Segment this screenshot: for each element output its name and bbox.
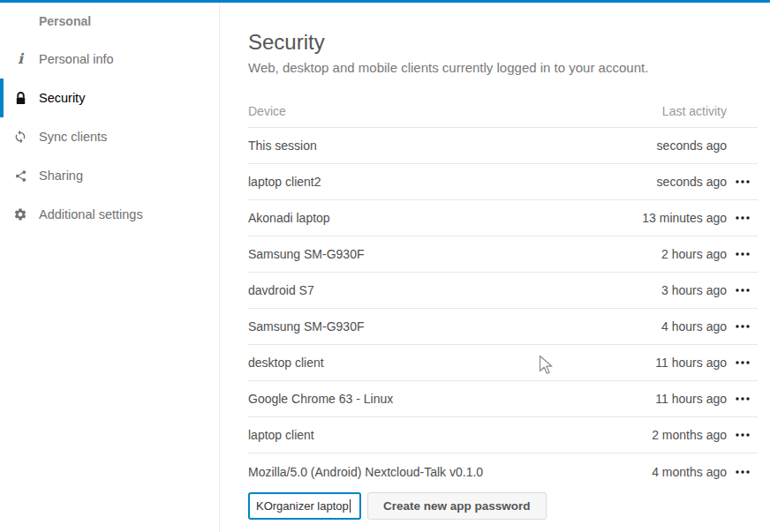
- sidebar-item-label: Personal info: [39, 52, 114, 66]
- more-icon: [736, 361, 750, 364]
- device-name: Samsung SM-G930F: [248, 247, 661, 261]
- sidebar-item-label: Sync clients: [39, 130, 107, 144]
- last-activity: 13 minutes ago: [642, 211, 727, 225]
- device-name: Mozilla/5.0 (Android) Nextcloud-Talk v0.…: [248, 465, 652, 479]
- sidebar-item-label: Security: [39, 91, 85, 105]
- row-menu-button[interactable]: [734, 467, 751, 477]
- device-name: Google Chrome 63 - Linux: [248, 392, 655, 406]
- sessions-table: Device Last activity This session second…: [248, 94, 758, 490]
- table-row: Mozilla/5.0 (Android) Nextcloud-Talk v0.…: [248, 453, 758, 490]
- last-activity: seconds ago: [657, 175, 727, 189]
- table-row: This session seconds ago: [248, 128, 758, 164]
- table-row: Samsung SM-G930F 2 hours ago: [248, 236, 758, 273]
- table-row: desktop client 11 hours ago: [248, 345, 758, 381]
- device-column-header: Device: [248, 104, 662, 118]
- more-icon: [736, 180, 750, 184]
- row-menu-button[interactable]: [734, 430, 751, 440]
- more-icon: [736, 470, 750, 474]
- security-section: Security Web, desktop and mobile clients…: [220, 3, 770, 532]
- device-name: Samsung SM-G930F: [248, 319, 661, 333]
- gear-icon: [13, 206, 27, 222]
- last-activity-column-header: Last activity: [662, 104, 727, 118]
- page-title: Security: [248, 29, 758, 56]
- more-icon: [736, 433, 750, 437]
- device-name: laptop client: [248, 428, 652, 442]
- more-icon: [736, 397, 750, 401]
- table-row: Akonadi laptop 13 minutes ago: [248, 200, 758, 236]
- device-name: laptop client2: [248, 175, 657, 189]
- info-icon: i: [13, 51, 27, 67]
- device-name: davdroid S7: [248, 283, 661, 297]
- device-name: Akonadi laptop: [248, 211, 642, 225]
- sidebar-item-label: Additional settings: [39, 207, 143, 221]
- share-icon: [13, 168, 27, 184]
- table-row: laptop client 2 months ago: [248, 417, 758, 453]
- row-menu-button[interactable]: [734, 285, 751, 296]
- last-activity: 2 months ago: [652, 428, 727, 442]
- lock-icon: [13, 90, 27, 106]
- row-menu-button[interactable]: [734, 357, 751, 368]
- device-name: This session: [248, 139, 657, 153]
- sidebar-item-personal-info[interactable]: i Personal info: [0, 40, 219, 79]
- create-app-password-button[interactable]: Create new app password: [367, 492, 547, 520]
- sidebar-item-additional-settings[interactable]: Additional settings: [0, 195, 219, 234]
- app-password-form: KOrganizer laptop Create new app passwor…: [248, 492, 758, 520]
- table-row: Samsung SM-G930F 4 hours ago: [248, 309, 758, 345]
- sidebar-item-label: Sharing: [39, 169, 83, 183]
- more-icon: [736, 288, 750, 292]
- sync-icon: [13, 129, 27, 145]
- row-menu-button[interactable]: [734, 321, 751, 332]
- sidebar-item-security[interactable]: Security: [0, 79, 219, 117]
- table-header-row: Device Last activity: [248, 94, 758, 128]
- table-row: Google Chrome 63 - Linux 11 hours ago: [248, 381, 758, 417]
- page-subtitle: Web, desktop and mobile clients currentl…: [248, 60, 758, 75]
- table-row: davdroid S7 3 hours ago: [248, 273, 758, 309]
- row-menu-button[interactable]: [734, 176, 751, 187]
- last-activity: 11 hours ago: [655, 356, 727, 370]
- last-activity: 2 hours ago: [661, 247, 727, 261]
- row-menu-button[interactable]: [734, 393, 751, 404]
- last-activity: seconds ago: [657, 139, 727, 153]
- last-activity: 11 hours ago: [655, 392, 727, 406]
- sidebar-caption: Personal: [0, 3, 219, 40]
- row-menu-button[interactable]: [734, 249, 751, 259]
- table-row: laptop client2 seconds ago: [248, 164, 758, 200]
- app-password-name-value: KOrganizer laptop: [256, 499, 349, 513]
- more-icon: [736, 325, 750, 328]
- sidebar-item-sharing[interactable]: Sharing: [0, 156, 219, 195]
- app-password-name-input[interactable]: KOrganizer laptop: [248, 492, 361, 520]
- last-activity: 4 hours ago: [661, 319, 727, 333]
- device-name: desktop client: [248, 356, 655, 370]
- last-activity: 4 months ago: [652, 465, 727, 479]
- more-icon: [736, 252, 750, 256]
- last-activity: 3 hours ago: [661, 283, 727, 297]
- text-caret: [350, 499, 351, 513]
- sidebar-item-sync-clients[interactable]: Sync clients: [0, 117, 219, 156]
- settings-sidebar: Personal i Personal info Security Sync c…: [0, 3, 220, 532]
- row-menu-button[interactable]: [734, 213, 751, 223]
- more-icon: [736, 216, 750, 220]
